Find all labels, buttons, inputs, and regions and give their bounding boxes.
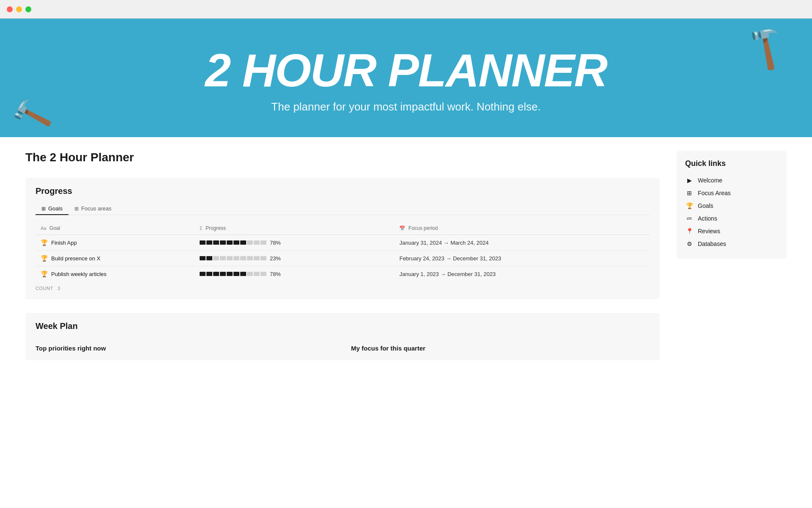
week-plan-col2-title: My focus for this quarter [351,345,650,352]
hero-subtitle: The planner for your most impactful work… [271,100,540,113]
col-progress-header: Σ Progress [195,222,395,235]
quick-link-item[interactable]: ⊞Focus Areas [685,187,778,199]
date-range: January 31, 2024 → March 24, 2024 [399,240,488,246]
goals-table: Aa Goal Σ Progress 📅 Focus period [36,222,650,282]
page-body: 🔨 2 HOUR PLANNER The planner for your mo… [0,19,812,391]
trophy-icon: 🏆 [41,271,48,277]
tab-goals[interactable]: ⊞ Goals [36,203,69,215]
progress-block [261,240,266,245]
progress-block [261,256,266,260]
hero-title: 2 HOUR PLANNER [205,47,607,94]
count-value: 3 [58,286,60,291]
quick-link-item[interactable]: ▶Welcome [685,174,778,187]
quick-link-icon: 📍 [685,228,694,235]
progress-block [220,272,226,276]
progress-pct: 78% [270,271,285,277]
progress-cell: 23% [195,251,395,266]
progress-block [200,240,206,245]
goal-name: Finish App [51,240,77,246]
quick-link-icon: ▶ [685,177,694,184]
col-goal-header: Aa Goal [36,222,195,235]
progress-block [206,256,212,260]
quick-link-label: Reviews [698,228,720,235]
goal-name: Build presence on X [51,255,100,262]
quick-links-list: ▶Welcome⊞Focus Areas🏆Goals≔Actions📍Revie… [685,174,778,250]
col-date-icon: 📅 [399,226,405,231]
progress-block [240,240,246,245]
date-range-cell: February 24, 2023 → December 31, 2023 [394,251,628,266]
progress-section: Progress ⊞ Goals ⊞ Focus areas [25,178,660,299]
progress-block [261,272,266,276]
week-plan-columns: Top priorities right now My focus for th… [36,338,650,352]
quick-link-label: Focus Areas [698,190,731,196]
week-plan-section: Week Plan Top priorities right now My fo… [25,313,660,360]
hero-banner: 🔨 2 HOUR PLANNER The planner for your mo… [0,19,812,137]
quick-link-icon: 🏆 [685,202,694,209]
table-footer: COUNT 3 [36,286,650,291]
table-row: 🏆Build presence on X23%February 24, 2023… [36,251,650,266]
quick-links-title: Quick links [685,159,778,168]
date-range: January 1, 2023 → December 31, 2023 [399,271,496,277]
progress-cell: 78% [195,235,395,251]
progress-bar [200,256,266,260]
progress-block [240,256,246,260]
page-title: The 2 Hour Planner [25,151,660,164]
close-button[interactable] [7,6,13,12]
progress-block [213,272,219,276]
progress-tabs: ⊞ Goals ⊞ Focus areas [36,203,650,215]
progress-block [213,256,219,260]
tab-focus-areas[interactable]: ⊞ Focus areas [69,203,118,215]
quick-link-label: Goals [698,202,713,209]
minimize-button[interactable] [16,6,22,12]
col-goal-icon: Aa [41,226,46,231]
col-progress-icon: Σ [200,226,203,231]
progress-block [220,240,226,245]
progress-bar-container: 23% [200,255,390,262]
table-row: 🏆Finish App78%January 31, 2024 → March 2… [36,235,650,251]
progress-block [206,240,212,245]
quick-link-label: Actions [698,215,717,222]
quick-link-item[interactable]: 📍Reviews [685,225,778,237]
right-column: Quick links ▶Welcome⊞Focus Areas🏆Goals≔A… [677,151,787,374]
progress-pct: 23% [270,255,285,262]
progress-block [247,240,253,245]
traffic-lights [7,6,31,12]
quick-link-icon: ⊞ [685,190,694,196]
focus-areas-tab-label: Focus areas [81,205,112,212]
progress-block [227,272,233,276]
maximize-button[interactable] [25,6,31,12]
progress-block [233,256,239,260]
date-range-cell: January 1, 2023 → December 31, 2023 [394,266,628,282]
progress-block [227,240,233,245]
col-extra-header [628,222,650,235]
progress-block [206,272,212,276]
date-range-cell: January 31, 2024 → March 24, 2024 [394,235,628,251]
quick-link-item[interactable]: ≔Actions [685,212,778,225]
progress-block [254,256,260,260]
week-plan-heading: Week Plan [36,321,650,331]
quick-link-item[interactable]: 🏆Goals [685,199,778,212]
quick-link-icon: ≔ [685,215,694,222]
quick-link-label: Databases [698,240,726,247]
col-focus-period-header: 📅 Focus period [394,222,628,235]
progress-cell: 78% [195,266,395,282]
extra-cell [628,251,650,266]
quick-link-item[interactable]: ⚙Databases [685,237,778,250]
goals-tab-icon: ⊞ [41,206,46,212]
goal-name: Publish weekly articles [51,271,107,277]
trophy-icon: 🏆 [41,255,48,262]
focus-areas-tab-icon: ⊞ [74,206,79,212]
week-plan-col1: Top priorities right now [36,345,334,352]
extra-cell [628,266,650,282]
goals-tab-label: Goals [48,205,63,212]
progress-block [233,272,239,276]
goal-cell: 🏆Build presence on X [36,251,195,266]
week-plan-col2: My focus for this quarter [351,345,650,352]
progress-block [200,272,206,276]
progress-block [233,240,239,245]
goal-cell: 🏆Finish App [36,235,195,251]
trophy-icon: 🏆 [41,239,48,246]
progress-block [247,256,253,260]
progress-block [220,256,226,260]
progress-heading: Progress [36,186,650,196]
